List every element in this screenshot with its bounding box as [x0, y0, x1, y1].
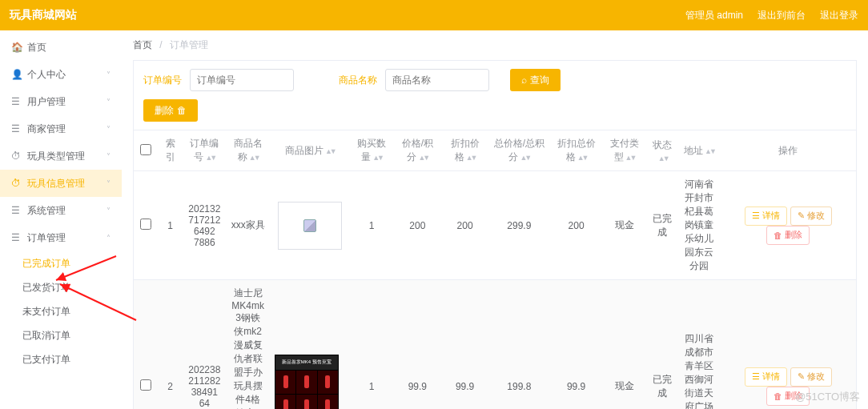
edit-icon: ✎ [798, 211, 805, 221]
cell-index: 2 [158, 280, 183, 410]
sidebar: 🏠 首页 👤 个人中心 ˅ ☰ 用户管理 ˅ ☰ 商家管理 ˅ ⏱ 玩具类型管理… [0, 30, 122, 409]
chevron-down-icon: ˅ [106, 152, 111, 161]
cell-address: 河南省开封市杞县葛岗镇童乐幼儿园东云分园 [678, 171, 720, 280]
input-product-name[interactable] [385, 69, 489, 91]
col-discount: 折扣价格▲▼ [441, 130, 488, 171]
breadcrumb-sep: / [159, 39, 162, 50]
sub-item-cancelled[interactable]: 已取消订单 [0, 323, 122, 347]
list-icon: ☰ [11, 96, 22, 107]
clock-icon: ⏱ [11, 150, 22, 162]
content-panel: 订单编号 商品名称 ⌕ 查询 删除 🗑 [133, 60, 857, 409]
sort-icon[interactable]: ▲▼ [705, 147, 714, 155]
row-checkbox[interactable] [140, 219, 151, 230]
sidebar-item-toy-info[interactable]: ⏱ 玩具信息管理 ˅ [0, 170, 122, 197]
sidebar-item-label: 系统管理 [27, 204, 106, 218]
col-discount-total: 折扣总价格▲▼ [550, 130, 602, 171]
cell-total: 199.8 [488, 280, 550, 410]
breadcrumb-home[interactable]: 首页 [133, 39, 152, 50]
label-product-name: 商品名称 [339, 74, 377, 87]
sidebar-item-home[interactable]: 🏠 首页 [0, 34, 122, 61]
orders-table: 索引 订单编号▲▼ 商品名称▲▼ 商品图片▲▼ 购买数量▲▼ 价格/积分▲▼ 折… [134, 130, 856, 409]
chevron-down-icon: ˅ [106, 207, 111, 215]
search-bar: 订单编号 商品名称 ⌕ 查询 [134, 61, 856, 99]
delete-button[interactable]: 删除 🗑 [143, 99, 198, 122]
sort-icon[interactable]: ▲▼ [325, 147, 335, 155]
exit-front-link[interactable]: 退出到前台 [757, 9, 806, 22]
watermark: @51CTO博客 [795, 390, 860, 404]
cell-address: 四川省成都市青羊区西御河街道天府广场今站购物中心 [678, 280, 720, 410]
list-icon: ☰ [11, 232, 22, 243]
sidebar-item-personal[interactable]: 👤 个人中心 ˅ [0, 61, 122, 88]
home-icon: 🏠 [11, 42, 22, 53]
sub-item-label: 已完成订单 [22, 257, 70, 271]
sidebar-item-merchants[interactable]: ☰ 商家管理 ˅ [0, 115, 122, 142]
sidebar-item-label: 首页 [27, 41, 111, 54]
cell-discount: 200 [441, 171, 488, 280]
sort-icon[interactable]: ▲▼ [372, 154, 382, 162]
header-right: 管理员 admin 退出到前台 退出登录 [685, 9, 858, 22]
detail-button[interactable]: ☰详情 [745, 367, 787, 387]
sort-icon[interactable]: ▲▼ [205, 154, 215, 162]
cell-discount: 99.9 [441, 280, 488, 410]
breadcrumb-current: 订单管理 [170, 39, 208, 50]
cell-price: 99.9 [393, 280, 441, 410]
user-icon: 👤 [11, 69, 22, 80]
col-address: 地址▲▼ [678, 130, 720, 171]
sidebar-item-label: 订单管理 [27, 231, 106, 245]
chevron-down-icon: ˅ [106, 179, 111, 188]
cell-total: 299.9 [488, 171, 550, 280]
exit-login-link[interactable]: 退出登录 [820, 9, 858, 22]
edit-button[interactable]: ✎修改 [790, 207, 832, 226]
sidebar-item-orders[interactable]: ☰ 订单管理 ˄ [0, 224, 122, 251]
edit-icon: ✎ [798, 371, 805, 382]
chevron-up-icon: ˄ [106, 234, 111, 243]
sidebar-item-toy-type[interactable]: ⏱ 玩具类型管理 ˅ [0, 142, 122, 170]
product-image: 新品首发MK4 预售至宝 [275, 355, 339, 410]
sidebar-item-system[interactable]: ☰ 系统管理 ˅ [0, 197, 122, 224]
sub-item-paid[interactable]: 已支付订单 [0, 347, 122, 371]
main-content: 首页 / 订单管理 订单编号 商品名称 ⌕ 查询 删除 🗑 [122, 30, 868, 409]
cell-status: 已完成 [646, 280, 678, 410]
cell-qty: 1 [350, 171, 393, 280]
admin-label[interactable]: 管理员 admin [685, 9, 743, 22]
cell-orderid: 20223821128238491 64 [183, 280, 226, 410]
cell-qty: 1 [350, 280, 393, 410]
col-status: 状态▲▼ [646, 130, 678, 171]
sort-icon[interactable]: ▲▼ [520, 154, 529, 162]
cell-paytype: 现金 [602, 280, 645, 410]
sort-icon[interactable]: ▲▼ [625, 154, 635, 162]
sub-item-label: 已取消订单 [22, 329, 70, 343]
cell-status: 已完成 [646, 171, 678, 280]
sidebar-item-users[interactable]: ☰ 用户管理 ˅ [0, 88, 122, 115]
sort-icon[interactable]: ▲▼ [249, 154, 259, 162]
col-ops: 操作 [720, 130, 856, 171]
sub-item-shipped[interactable]: 已发货订单 [0, 275, 122, 299]
col-orderid: 订单编号▲▼ [183, 130, 226, 171]
clock-icon: ⏱ [11, 178, 22, 189]
input-orderid[interactable] [190, 69, 294, 91]
query-button[interactable]: ⌕ 查询 [510, 69, 561, 91]
edit-button[interactable]: ✎修改 [790, 367, 832, 387]
cell-image [270, 171, 350, 280]
col-paytype: 支付类型▲▼ [602, 130, 645, 171]
row-checkbox[interactable] [140, 379, 151, 391]
sub-item-completed[interactable]: 已完成订单 [0, 251, 122, 275]
delete-row-button[interactable]: 🗑删除 [766, 226, 810, 245]
table-header-row: 索引 订单编号▲▼ 商品名称▲▼ 商品图片▲▼ 购买数量▲▼ 价格/积分▲▼ 折… [134, 130, 856, 171]
detail-icon: ☰ [752, 211, 760, 221]
search-icon: ⌕ [521, 74, 527, 86]
select-all-checkbox[interactable] [140, 144, 151, 155]
cell-price: 200 [393, 171, 441, 280]
sub-item-unpaid[interactable]: 未支付订单 [0, 299, 122, 323]
detail-button[interactable]: ☰详情 [745, 207, 787, 226]
sort-icon[interactable]: ▲▼ [466, 154, 476, 162]
trash-icon: 🗑 [774, 231, 782, 240]
sort-icon[interactable]: ▲▼ [658, 154, 668, 162]
sidebar-item-label: 玩具信息管理 [27, 177, 106, 190]
col-image: 商品图片▲▼ [270, 130, 350, 171]
col-price: 价格/积分▲▼ [393, 130, 441, 171]
sort-icon[interactable]: ▲▼ [418, 154, 428, 162]
top-header: 玩具商城网站 管理员 admin 退出到前台 退出登录 [0, 0, 868, 30]
sort-icon[interactable]: ▲▼ [577, 154, 587, 162]
cell-discount-total: 99.9 [550, 280, 602, 410]
